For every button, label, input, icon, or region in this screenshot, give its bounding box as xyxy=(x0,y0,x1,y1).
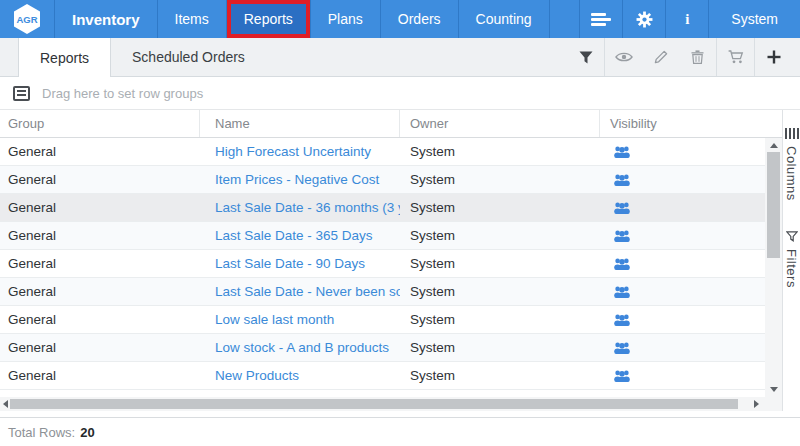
users-icon xyxy=(614,285,630,298)
main-menu: ItemsReportsPlansOrdersCounting xyxy=(158,0,550,38)
nav-item-plans[interactable]: Plans xyxy=(311,0,381,38)
scroll-down-arrow-icon[interactable] xyxy=(770,387,778,392)
cell-visibility xyxy=(600,278,765,305)
info-button[interactable]: i xyxy=(665,0,708,38)
cart-icon xyxy=(728,50,744,64)
columns-icon xyxy=(785,128,799,139)
app-logo[interactable]: AGR xyxy=(0,0,54,38)
cell-group: General xyxy=(0,362,200,389)
table-row[interactable]: GeneralLast Sale Date - 36 months (3 y..… xyxy=(0,194,765,222)
report-link[interactable]: Last Sale Date - 36 months (3 y... xyxy=(215,200,400,215)
filters-outline-icon xyxy=(786,231,798,242)
cell-owner: System xyxy=(400,278,600,305)
table-row[interactable]: GeneralLow sale last monthSystem xyxy=(0,306,765,334)
add-button[interactable] xyxy=(755,38,792,76)
table-row[interactable]: GeneralLow stock - A and B productsSyste… xyxy=(0,334,765,362)
vertical-scrollbar-thumb[interactable] xyxy=(767,152,780,258)
column-header-owner[interactable]: Owner xyxy=(400,110,600,137)
tab-bar: Reports Scheduled Orders xyxy=(0,38,800,77)
order-cart-button[interactable] xyxy=(717,38,754,76)
cell-name: New Products xyxy=(200,362,400,389)
cell-name: Last Sale Date - 365 Days xyxy=(200,222,400,249)
plus-icon xyxy=(767,50,781,64)
cell-group: General xyxy=(0,306,200,333)
cell-owner: System xyxy=(400,194,600,221)
table-row[interactable]: GeneralNew ProductsSystem xyxy=(0,362,765,390)
report-link[interactable]: Low stock - A and B products xyxy=(215,340,389,355)
cell-group: General xyxy=(0,250,200,277)
users-icon xyxy=(614,369,630,382)
users-icon xyxy=(614,313,630,326)
filter-button[interactable] xyxy=(567,38,604,76)
horizontal-scrollbar-thumb[interactable] xyxy=(10,399,738,409)
tab-reports[interactable]: Reports xyxy=(18,38,111,77)
cell-group: General xyxy=(0,334,200,361)
report-link[interactable]: Last Sale Date - Never been sold xyxy=(215,284,400,299)
report-link[interactable]: High Forecast Uncertainty xyxy=(215,144,371,159)
column-header-group[interactable]: Group xyxy=(0,110,200,137)
info-icon: i xyxy=(685,11,689,28)
report-link[interactable]: Item Prices - Negative Cost xyxy=(215,172,379,187)
column-header-visibility[interactable]: Visibility xyxy=(600,110,765,137)
tab-scheduled-orders[interactable]: Scheduled Orders xyxy=(111,38,266,76)
nav-item-counting[interactable]: Counting xyxy=(459,0,550,38)
scroll-right-arrow-icon[interactable] xyxy=(754,400,759,408)
cell-group: General xyxy=(0,138,200,165)
svg-text:AGR: AGR xyxy=(16,14,37,25)
table-row[interactable]: GeneralHigh Forecast UncertaintySystem xyxy=(0,138,765,166)
cell-visibility xyxy=(600,194,765,221)
total-rows-value: 20 xyxy=(80,425,94,440)
edit-button[interactable] xyxy=(642,38,679,76)
cell-group: General xyxy=(0,278,200,305)
horizontal-scrollbar[interactable] xyxy=(0,397,765,411)
delete-button[interactable] xyxy=(679,38,716,76)
users-icon xyxy=(614,341,630,354)
vertical-scrollbar[interactable] xyxy=(765,138,782,397)
cell-name: Last Sale Date - 90 Days xyxy=(200,250,400,277)
table-row[interactable]: GeneralLast Sale Date - 365 DaysSystem xyxy=(0,222,765,250)
table-row[interactable]: GeneralItem Prices - Negative CostSystem xyxy=(0,166,765,194)
cell-owner: System xyxy=(400,166,600,193)
nav-item-label: Reports xyxy=(244,11,293,27)
nav-item-label: Items xyxy=(175,11,209,27)
report-link[interactable]: Low sale last month xyxy=(215,312,334,327)
user-menu[interactable]: System xyxy=(708,0,800,38)
report-link[interactable]: Last Sale Date - 365 Days xyxy=(215,228,373,243)
cell-owner: System xyxy=(400,250,600,277)
cell-owner: System xyxy=(400,222,600,249)
report-link[interactable]: New Products xyxy=(215,368,299,383)
scrollbar-corner xyxy=(765,397,782,411)
nav-item-label: Counting xyxy=(476,11,532,27)
settings-button[interactable] xyxy=(622,0,665,38)
side-panel-label: Columns xyxy=(784,146,799,201)
status-bar: Total Rows: 20 xyxy=(0,417,800,446)
scroll-left-arrow-icon[interactable] xyxy=(3,400,8,408)
nav-item-orders[interactable]: Orders xyxy=(381,0,459,38)
cell-group: General xyxy=(0,194,200,221)
view-button[interactable] xyxy=(605,38,642,76)
scroll-up-arrow-icon[interactable] xyxy=(770,143,778,148)
row-groups-icon xyxy=(13,86,30,101)
side-panel-filters-button[interactable]: Filters xyxy=(784,231,799,288)
report-link[interactable]: Last Sale Date - 90 Days xyxy=(215,256,365,271)
cell-name: Last Sale Date - Never been sold xyxy=(200,278,400,305)
menu-lines-icon xyxy=(591,13,611,26)
table-row[interactable]: GeneralLast Sale Date - 90 DaysSystem xyxy=(0,250,765,278)
edit-icon xyxy=(654,50,668,64)
reports-grid: Group Name Owner Visibility GeneralHigh … xyxy=(0,110,800,411)
cell-visibility xyxy=(600,334,765,361)
table-row[interactable]: GeneralLast Sale Date - Never been soldS… xyxy=(0,278,765,306)
nav-item-label: Plans xyxy=(328,11,363,27)
cell-name: High Forecast Uncertainty xyxy=(200,138,400,165)
toolbar-actions xyxy=(567,38,800,76)
users-icon xyxy=(614,229,630,242)
nav-item-reports[interactable]: Reports xyxy=(227,0,311,38)
column-header-name[interactable]: Name xyxy=(200,110,400,137)
side-panel-columns-button[interactable]: Columns xyxy=(784,128,799,201)
module-title[interactable]: Inventory xyxy=(54,0,158,38)
header-filler xyxy=(765,110,782,137)
menu-lines-button[interactable] xyxy=(579,0,622,38)
users-icon xyxy=(614,145,630,158)
nav-item-items[interactable]: Items xyxy=(158,0,227,38)
row-group-drop-zone[interactable]: Drag here to set row groups xyxy=(0,77,800,110)
